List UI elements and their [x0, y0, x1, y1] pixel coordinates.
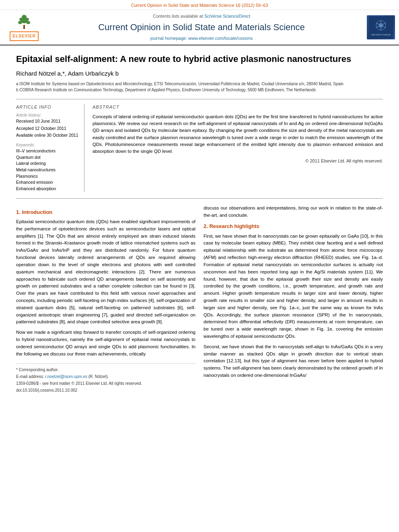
elsevier-tree-icon — [14, 14, 34, 30]
keyword-5: Enhanced emission — [16, 179, 79, 185]
article-title: Epitaxial self-alignment: A new route to… — [16, 53, 383, 65]
accepted-text: Accepted 12 October 2011 — [16, 125, 79, 131]
affiliations: a ISOM Institute for Systems based on Op… — [16, 81, 383, 93]
abstract-text: Concepts of lateral ordering of epitaxia… — [93, 113, 383, 155]
keywords-section: Keywords: III–V semiconductors Quantum d… — [16, 142, 79, 192]
footnote-section: * Corresponding author. E-mail address: … — [16, 364, 195, 393]
affiliation-a: a ISOM Institute for Systems based on Op… — [16, 81, 383, 87]
top-citation-bar: Current Opinion in Solid State and Mater… — [0, 0, 399, 10]
body-col-right: discuss our observations and interpretat… — [204, 205, 383, 395]
email-suffix: (R. Nötzel). — [88, 374, 109, 379]
journal-homepage: journal homepage: www.elsevier.com/locat… — [44, 35, 359, 41]
copyright: © 2011 Elsevier Ltd. All rights reserved… — [93, 158, 383, 164]
keyword-0: III–V semiconductors — [16, 148, 79, 154]
article-info-header: ARTICLE INFO — [16, 104, 79, 110]
footnote-issn: 1359-0286/$ - see front matter © 2011 El… — [16, 381, 195, 386]
keyword-3: Metal nanostructures — [16, 167, 79, 173]
keyword-1: Quantum dot — [16, 154, 79, 160]
svg-rect-6 — [23, 25, 25, 29]
section1-title: 1. Introduction — [16, 209, 195, 216]
main-content: Epitaxial self-alignment: A new route to… — [0, 45, 399, 403]
section-divider — [16, 198, 383, 199]
email-link[interactable]: r.noetzel@isom.upm.es — [45, 374, 87, 379]
history-label: Article history: — [16, 113, 79, 118]
keyword-4: Plasmonics — [16, 173, 79, 179]
journal-center: Contents lists available at SciVerse Sci… — [44, 13, 359, 41]
sciverse-link[interactable]: SciVerse ScienceDirect — [204, 14, 250, 18]
svg-point-4 — [18, 21, 22, 24]
badge-icon: solid state & materials — [369, 16, 393, 39]
journal-header: ELSEVIER Contents lists available at Sci… — [0, 10, 399, 45]
section2-para1: First, we have shown that In nanocrystal… — [204, 233, 383, 340]
sciverse-line: Contents lists available at SciVerse Sci… — [44, 13, 359, 19]
section1-para2: Now we made a significant step forward t… — [16, 329, 195, 357]
email-label: E-mail address: — [16, 374, 44, 379]
footnote-email: E-mail address: r.noetzel@isom.upm.es (R… — [16, 374, 195, 380]
received-text: Received 10 June 2011 — [16, 118, 79, 124]
journal-badge: solid state & materials — [367, 15, 395, 39]
authors-line: Richard Nötzel a,*, Adam Urbańczyk b — [16, 69, 383, 78]
journal-title-header: Current Opinion in Solid State and Mater… — [44, 21, 359, 34]
section2-title: 2. Research highlights — [204, 223, 383, 230]
keyword-2: Lateral ordering — [16, 160, 79, 166]
affiliation-b: b COBRA Research Institute on Communicat… — [16, 87, 383, 93]
article-info-column: ARTICLE INFO Article history: Received 1… — [16, 104, 84, 192]
body-col-left: 1. Introduction Epitaxial semiconductor … — [16, 205, 195, 395]
citation-text: Current Opinion in Solid State and Mater… — [131, 3, 268, 8]
keyword-6: Enhanced absorption — [16, 186, 79, 192]
authors-text: Richard Nötzel a,*, Adam Urbańczyk b — [16, 70, 119, 77]
available-text: Available online 30 October 2011 — [16, 132, 79, 138]
footnote-corresponding: * Corresponding author. — [16, 367, 195, 373]
abstract-header: ABSTRACT — [93, 104, 383, 110]
section1-para1: Epitaxial semiconductor quantum dots (QD… — [16, 218, 195, 326]
abstract-column: ABSTRACT Concepts of lateral ordering of… — [93, 104, 383, 192]
section1-right-para1: discuss our observations and interpretat… — [204, 205, 383, 219]
logo-left: ELSEVIER — [4, 14, 44, 41]
elsevier-logo: ELSEVIER — [10, 31, 38, 41]
footnote-doi: doi:10.1016/j.cossms.2011.10.002 — [16, 388, 195, 393]
keywords-label: Keywords: — [16, 142, 79, 148]
section2-para2: Second, we have shown that the In nanocr… — [204, 343, 383, 379]
svg-text:solid state & materials: solid state & materials — [371, 33, 391, 36]
body-two-col: 1. Introduction Epitaxial semiconductor … — [16, 205, 383, 395]
article-info-abstract-section: ARTICLE INFO Article history: Received 1… — [16, 99, 383, 192]
logo-right: solid state & materials — [359, 15, 395, 39]
svg-point-5 — [26, 21, 30, 24]
